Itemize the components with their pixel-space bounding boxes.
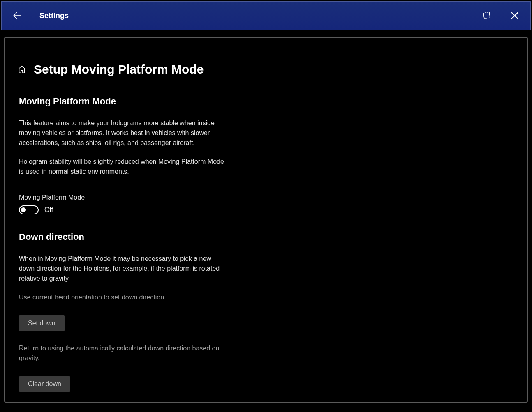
back-button[interactable] [12, 10, 23, 21]
back-arrow-icon [12, 10, 23, 21]
section-down-direction: Down direction When in Moving Platform M… [17, 232, 515, 404]
mpm-description-2: Hologram stability will be slightly redu… [19, 157, 224, 177]
mpm-toggle-state: Off [44, 206, 53, 214]
mpm-toggle[interactable] [19, 205, 39, 214]
set-down-button[interactable]: Set down [19, 315, 65, 331]
section-moving-platform-mode: Moving Platform Mode This feature aims t… [17, 96, 515, 214]
page-header: Setup Moving Platform Mode [17, 62, 515, 76]
section-title-mpm: Moving Platform Mode [19, 96, 515, 107]
close-button[interactable] [509, 10, 520, 21]
home-button[interactable] [17, 65, 26, 74]
mpm-toggle-row: Off [19, 205, 515, 214]
titlebar-left: Settings [12, 10, 69, 21]
clear-down-button[interactable]: Clear down [19, 376, 70, 392]
down-description-3: Return to using the automatically calcul… [19, 343, 224, 363]
close-icon [509, 10, 520, 21]
follow-me-icon [481, 10, 493, 21]
content-frame: Setup Moving Platform Mode Moving Platfo… [4, 37, 528, 403]
follow-me-button[interactable] [481, 10, 493, 21]
mpm-description-1: This feature aims to make your holograms… [19, 118, 224, 148]
titlebar: Settings [1, 1, 531, 30]
mpm-toggle-label: Moving Platform Mode [19, 194, 515, 201]
titlebar-right [481, 10, 520, 21]
home-icon [17, 65, 26, 74]
section-title-down: Down direction [19, 232, 515, 242]
titlebar-title: Settings [39, 12, 69, 20]
page-title: Setup Moving Platform Mode [34, 62, 204, 76]
toggle-knob [21, 207, 26, 212]
down-description-1: When in Moving Platform Mode it may be n… [19, 254, 224, 283]
down-description-2: Use current head orientation to set down… [19, 292, 224, 302]
